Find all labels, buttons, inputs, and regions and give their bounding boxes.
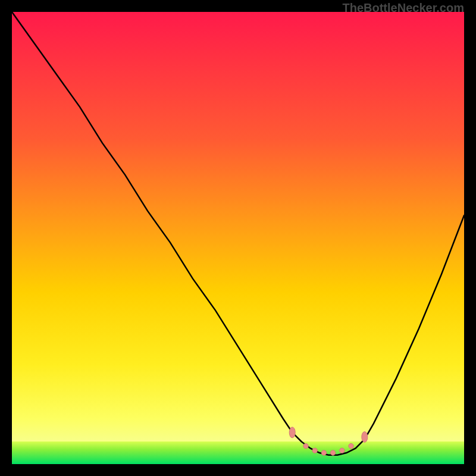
chart-svg	[12, 12, 464, 464]
optimal-marker	[303, 443, 308, 448]
optimal-marker	[321, 450, 326, 455]
svg-rect-0	[12, 12, 464, 464]
optimal-marker	[312, 448, 317, 453]
plot-area	[12, 12, 464, 464]
optimal-marker	[289, 427, 295, 438]
chart-frame: TheBottleNecker.com	[0, 0, 476, 476]
watermark-text: TheBottleNecker.com	[342, 1, 464, 15]
svg-rect-1	[12, 441, 464, 464]
optimal-marker	[340, 448, 345, 453]
optimal-marker	[330, 450, 335, 455]
optimal-marker	[362, 431, 368, 442]
optimal-marker	[349, 443, 353, 448]
